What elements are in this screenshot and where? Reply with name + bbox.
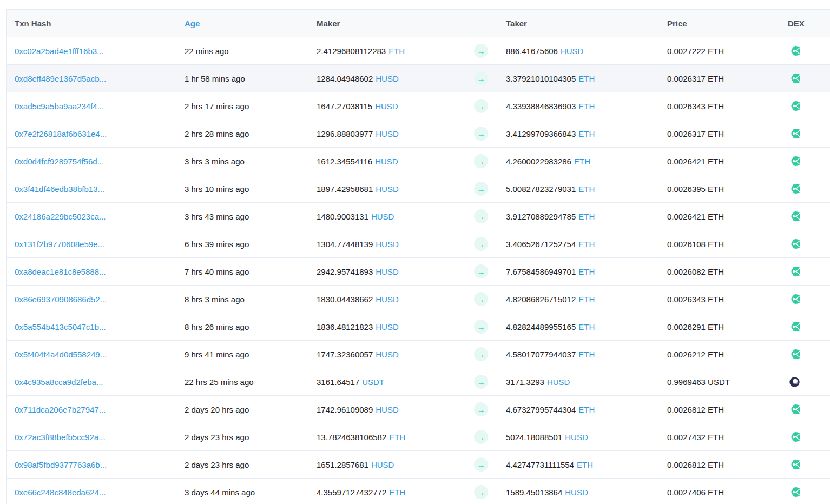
- txn-hash-link[interactable]: 0xd0d4fcf9289754f56d...: [15, 157, 104, 166]
- age-text: 9 hrs 41 mins ago: [185, 350, 249, 359]
- table-row: 0xad5c9a5ba9aa234f4... 2 hrs 17 mins ago…: [7, 92, 830, 120]
- arrow-cell: →: [464, 237, 498, 251]
- txn-hash-link[interactable]: 0x24186a229bc5023ca...: [15, 212, 106, 221]
- taker-token-link[interactable]: HUSD: [561, 47, 584, 56]
- price-cell: 0.0027432 ETH: [660, 433, 780, 442]
- taker-token-link[interactable]: ETH: [578, 267, 595, 276]
- age-cell: 2 days 23 hrs ago: [177, 433, 309, 442]
- maker-amount: 1836.48121823: [317, 322, 373, 331]
- maker-cell: 1284.04948602HUSD: [309, 74, 464, 83]
- txn-hash-link[interactable]: 0x711dca206e7b27947...: [15, 405, 106, 414]
- taker-token-link[interactable]: ETH: [578, 184, 595, 194]
- taker-token-link[interactable]: HUSD: [565, 433, 588, 442]
- maker-token-link[interactable]: ETH: [388, 47, 405, 56]
- price-text: 0.0026812 ETH: [667, 405, 724, 414]
- taker-token-link[interactable]: HUSD: [547, 377, 570, 387]
- maker-token-link[interactable]: HUSD: [376, 184, 399, 194]
- maker-amount: 1742.96109089: [317, 405, 373, 414]
- taker-token-link[interactable]: ETH: [578, 405, 595, 414]
- right-arrow-icon: →: [474, 430, 488, 444]
- maker-amount: 1897.42958681: [317, 184, 373, 194]
- kyber-dex-icon: [788, 44, 801, 57]
- column-header-txn-hash: Txn Hash: [7, 19, 177, 28]
- txn-hash-link[interactable]: 0x131f2b9770608e59e...: [15, 240, 104, 249]
- maker-token-link[interactable]: HUSD: [376, 405, 399, 414]
- maker-token-link[interactable]: HUSD: [376, 74, 399, 83]
- maker-token-link[interactable]: HUSD: [375, 157, 398, 166]
- maker-token-link[interactable]: HUSD: [371, 212, 394, 221]
- taker-amount: 3.40652671252754: [506, 240, 576, 249]
- maker-cell: 4.35597127432772ETH: [309, 488, 464, 497]
- column-header-dex: DEX: [780, 19, 830, 28]
- dex-cell: [780, 237, 830, 250]
- taker-cell: 1589.45013864HUSD: [498, 488, 660, 497]
- maker-token-link[interactable]: USDT: [362, 377, 384, 387]
- taker-token-link[interactable]: HUSD: [565, 488, 588, 497]
- column-header-age-sort-link[interactable]: Age: [185, 19, 200, 28]
- maker-amount: 1284.04948602: [317, 74, 373, 83]
- arrow-cell: →: [464, 182, 498, 196]
- txn-hash-link[interactable]: 0xad5c9a5ba9aa234f4...: [15, 102, 104, 111]
- txn-hash-link[interactable]: 0xd8eff489e1367d5acb...: [15, 74, 106, 83]
- taker-token-link[interactable]: ETH: [577, 460, 593, 469]
- taker-token-link[interactable]: ETH: [578, 295, 595, 304]
- taker-token-link[interactable]: ETH: [574, 157, 590, 166]
- age-text: 7 hrs 40 mins ago: [185, 267, 249, 276]
- price-text: 0.0027222 ETH: [667, 47, 724, 56]
- kyber-dex-icon: [788, 155, 801, 168]
- arrow-cell: →: [464, 264, 498, 278]
- txn-hash-link[interactable]: 0x72ac3f88befb5cc92a...: [15, 433, 106, 442]
- maker-token-link[interactable]: HUSD: [376, 295, 399, 304]
- maker-amount: 1830.04438662: [317, 295, 373, 304]
- maker-token-link[interactable]: ETH: [389, 433, 405, 442]
- right-arrow-icon: →: [474, 347, 488, 361]
- txn-hash-link[interactable]: 0xc02a25ad4e1fff16b3...: [15, 47, 104, 56]
- right-arrow-icon: →: [474, 237, 488, 251]
- taker-token-link[interactable]: ETH: [578, 240, 595, 249]
- txn-hash-link[interactable]: 0x86e69370908686d52...: [15, 295, 107, 304]
- maker-token-link[interactable]: HUSD: [375, 102, 398, 111]
- txn-hash-cell: 0x98af5fbd9377763a6b...: [7, 460, 177, 469]
- taker-token-link[interactable]: ETH: [578, 129, 595, 138]
- txn-hash-link[interactable]: 0x7e2f26818af6b631e4...: [15, 129, 107, 138]
- maker-token-link[interactable]: HUSD: [376, 129, 399, 138]
- dex-cell: [780, 486, 830, 499]
- taker-cell: 886.41675606HUSD: [498, 47, 660, 56]
- taker-amount: 886.41675606: [506, 47, 558, 56]
- maker-cell: 1897.42958681HUSD: [309, 184, 464, 194]
- price-text: 0.0026317 ETH: [667, 74, 724, 83]
- txn-hash-link[interactable]: 0x4c935a8cca9d2feba...: [15, 377, 103, 387]
- txn-hash-link[interactable]: 0xa8deac1e81c8e5888...: [15, 267, 106, 276]
- age-cell: 3 days 44 mins ago: [177, 488, 309, 497]
- maker-token-link[interactable]: HUSD: [376, 267, 399, 276]
- taker-token-link[interactable]: ETH: [578, 74, 595, 83]
- txn-hash-link[interactable]: 0x3f41df46edb38bfb13...: [15, 184, 104, 194]
- age-text: 6 hrs 39 mins ago: [185, 240, 249, 249]
- taker-token-link[interactable]: ETH: [578, 212, 595, 221]
- taker-token-link[interactable]: ETH: [578, 350, 595, 359]
- txn-hash-link[interactable]: 0xe66c248c848eda624...: [15, 488, 106, 497]
- table-row: 0xc02a25ad4e1fff16b3... 22 mins ago 2.41…: [7, 37, 830, 65]
- price-text: 0.0026291 ETH: [667, 322, 724, 331]
- age-cell: 22 hrs 25 mins ago: [177, 377, 309, 387]
- maker-token-link[interactable]: HUSD: [376, 240, 399, 249]
- maker-token-link[interactable]: HUSD: [376, 350, 399, 359]
- taker-amount: 7.67584586949701: [506, 267, 576, 276]
- arrow-cell: →: [464, 71, 498, 85]
- taker-token-link[interactable]: ETH: [578, 322, 595, 331]
- txn-hash-link[interactable]: 0x5a554b413c5047c1b...: [15, 322, 106, 331]
- maker-token-link[interactable]: HUSD: [371, 460, 394, 469]
- txn-hash-link[interactable]: 0x5f404f4a4d0d558249...: [15, 350, 107, 359]
- maker-token-link[interactable]: HUSD: [376, 322, 399, 331]
- taker-token-link[interactable]: ETH: [578, 102, 595, 111]
- maker-cell: 1836.48121823HUSD: [309, 322, 464, 331]
- right-arrow-icon: →: [474, 320, 488, 334]
- price-cell: 0.0027222 ETH: [660, 47, 780, 56]
- txn-hash-cell: 0xc02a25ad4e1fff16b3...: [7, 47, 177, 56]
- txn-hash-link[interactable]: 0x98af5fbd9377763a6b...: [15, 460, 107, 469]
- price-cell: 0.0026317 ETH: [660, 129, 780, 138]
- maker-token-link[interactable]: ETH: [389, 488, 405, 497]
- maker-amount: 2942.95741893: [317, 267, 373, 276]
- kyber-dex-icon: [788, 293, 801, 306]
- right-arrow-icon: →: [474, 182, 488, 196]
